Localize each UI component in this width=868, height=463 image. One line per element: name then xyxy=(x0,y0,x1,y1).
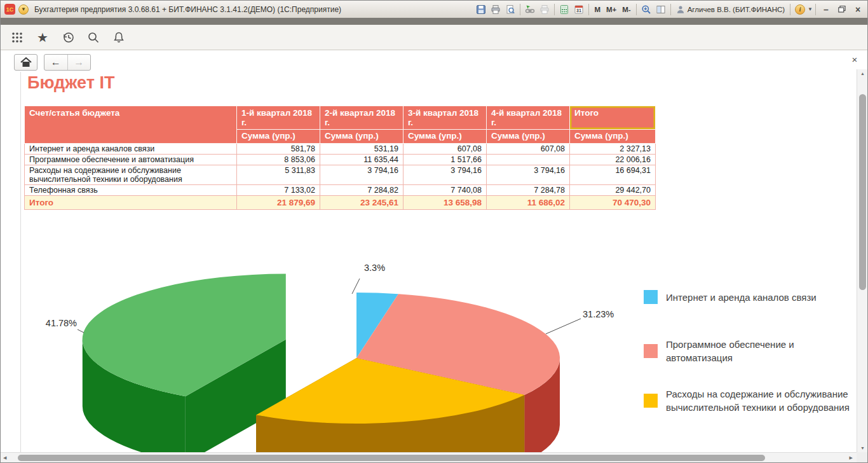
home-icon xyxy=(20,57,32,68)
history-icon[interactable] xyxy=(60,30,76,45)
total-value[interactable]: 11 686,02 xyxy=(487,196,570,210)
close-form-icon[interactable]: × xyxy=(848,53,861,66)
cell-value[interactable]: 29 442,70 xyxy=(570,185,656,196)
horizontal-scrollbar[interactable]: ◀ ▶ xyxy=(1,452,857,462)
cell-value[interactable]: 11 635,44 xyxy=(320,155,403,165)
cell-value[interactable]: 7 284,78 xyxy=(487,185,570,196)
horizontal-scroll-thumb[interactable] xyxy=(18,455,765,461)
header-q3[interactable]: 3-й квартал 2018 г. xyxy=(403,106,487,130)
search-icon[interactable] xyxy=(86,30,101,45)
pie-label-phone: 41.78% xyxy=(25,318,77,328)
apps-menu-icon[interactable] xyxy=(10,30,25,45)
separator xyxy=(815,4,816,15)
info-caret-icon[interactable]: ▼ xyxy=(808,6,813,12)
cell-value[interactable] xyxy=(487,155,570,165)
restore-button[interactable] xyxy=(834,4,850,15)
total-value[interactable]: 21 879,69 xyxy=(237,196,320,210)
cell-value[interactable]: 22 006,16 xyxy=(570,155,656,165)
pie-chart[interactable] xyxy=(39,258,674,452)
scroll-right-icon[interactable]: ▶ xyxy=(850,455,853,460)
user-menu[interactable]: Агличев В.В. (БИТ.ФИНАНС) xyxy=(674,5,787,14)
close-button[interactable]: × xyxy=(850,4,865,15)
zoom-in-icon[interactable] xyxy=(639,3,653,17)
history-nav-group: ← → xyxy=(44,54,91,71)
legend-item-internet[interactable]: Интернет и аренда каналов связи xyxy=(644,290,853,304)
floppy-icon xyxy=(476,4,486,15)
system-menu-dropdown[interactable]: ▼ xyxy=(18,4,29,15)
legend-label: Программное обеспечение и автоматизация xyxy=(666,338,853,364)
cell-value[interactable]: 1 517,66 xyxy=(403,155,487,165)
header-q4[interactable]: 4-й квартал 2018 г. xyxy=(487,106,570,130)
row-label[interactable]: Расходы на содержание и обслуживание выч… xyxy=(25,165,237,185)
cell-value[interactable]: 531,19 xyxy=(320,144,403,155)
print-disabled-icon[interactable] xyxy=(538,3,552,17)
cell-value[interactable]: 3 794,16 xyxy=(487,165,570,185)
cell-value[interactable]: 7 740,08 xyxy=(403,185,487,196)
app-logo-icon[interactable]: 1С xyxy=(4,4,15,15)
subheader-sum[interactable]: Сумма (упр.) xyxy=(570,130,656,144)
header-account[interactable]: Счет/статья бюджета xyxy=(25,106,237,144)
print-icon[interactable] xyxy=(489,3,503,17)
header-q1[interactable]: 1-й квартал 2018 г. xyxy=(237,106,320,130)
legend-item-maintenance[interactable]: Расходы на содержание и обслуживание выч… xyxy=(644,387,853,414)
navigation-row: ← → × xyxy=(1,51,867,73)
calculator-icon[interactable] xyxy=(557,3,571,17)
favorites-star-icon[interactable]: ★ xyxy=(35,30,50,45)
cell-value[interactable]: 5 311,83 xyxy=(237,165,320,185)
legend-swatch-internet xyxy=(644,290,658,304)
header-total-selected-cell[interactable]: Итого xyxy=(570,106,656,130)
legend-item-software[interactable]: Программное обеспечение и автоматизация xyxy=(644,338,853,364)
row-label[interactable]: Интернет и аренда каналов связи xyxy=(25,144,237,155)
cell-value[interactable]: 607,08 xyxy=(487,144,570,155)
separator xyxy=(588,4,589,15)
table-row: Программное обеспечение и автоматизация … xyxy=(25,155,656,165)
save-icon[interactable] xyxy=(474,3,488,17)
minimize-button[interactable]: – xyxy=(818,4,834,15)
home-button[interactable] xyxy=(14,54,37,71)
legend-label: Интернет и аренда каналов связи xyxy=(666,291,817,304)
attach-link-icon[interactable] xyxy=(523,3,537,17)
cell-value[interactable]: 581,78 xyxy=(237,144,320,155)
subheader-sum[interactable]: Сумма (упр.) xyxy=(487,130,570,144)
cell-value[interactable]: 8 853,06 xyxy=(237,155,320,165)
pie-label-software: 31.23% xyxy=(583,309,614,319)
vertical-scroll-thumb[interactable] xyxy=(859,94,866,290)
total-value[interactable]: 13 658,98 xyxy=(403,196,487,210)
subheader-sum[interactable]: Сумма (упр.) xyxy=(320,130,403,144)
cell-value[interactable]: 3 794,16 xyxy=(320,165,403,185)
notifications-bell-icon[interactable] xyxy=(111,30,126,45)
row-label[interactable]: Программное обеспечение и автоматизация xyxy=(25,155,237,165)
total-value[interactable]: 23 245,61 xyxy=(320,196,403,210)
back-button[interactable]: ← xyxy=(44,55,68,70)
total-value[interactable]: 70 470,30 xyxy=(570,196,656,210)
row-label[interactable]: Телефонная связь xyxy=(25,185,237,196)
scroll-up-icon[interactable]: ▲ xyxy=(857,71,868,76)
memory-button[interactable]: M xyxy=(592,6,603,13)
window-titlebar: 1С ▼ Бухгалтерия предприятия 3.0.68.61 +… xyxy=(1,1,867,18)
cell-value[interactable]: 3 794,16 xyxy=(403,165,487,185)
legend-swatch-software xyxy=(644,344,658,358)
split-view-icon[interactable] xyxy=(654,3,668,17)
subheader-sum[interactable]: Сумма (упр.) xyxy=(403,130,487,144)
total-label[interactable]: Итого xyxy=(25,196,237,210)
page-title: Бюджет IT xyxy=(27,73,114,93)
cell-value[interactable]: 16 694,31 xyxy=(570,165,656,185)
subheader-sum[interactable]: Сумма (упр.) xyxy=(237,130,320,144)
cell-value[interactable]: 2 327,13 xyxy=(570,144,656,155)
header-q2[interactable]: 2-й квартал 2018 г. xyxy=(320,106,403,130)
info-icon[interactable]: i xyxy=(793,3,807,17)
titlebar-shadow-band xyxy=(1,18,867,25)
memory-minus-button[interactable]: M- xyxy=(620,6,633,13)
memory-plus-button[interactable]: M+ xyxy=(604,6,619,13)
forward-button[interactable]: → xyxy=(68,55,91,70)
scrollbar-corner xyxy=(857,452,867,462)
cell-value[interactable]: 607,08 xyxy=(403,144,487,155)
scroll-left-icon[interactable]: ◀ xyxy=(3,455,6,460)
vertical-scrollbar[interactable]: ▲ ▼ xyxy=(857,69,867,452)
separator xyxy=(790,4,790,15)
cell-value[interactable]: 7 133,02 xyxy=(237,185,320,196)
calendar-icon[interactable]: 31 xyxy=(572,3,586,17)
scroll-down-icon[interactable]: ▼ xyxy=(857,446,868,450)
cell-value[interactable]: 7 284,82 xyxy=(320,185,403,196)
print-preview-icon[interactable] xyxy=(503,3,517,17)
